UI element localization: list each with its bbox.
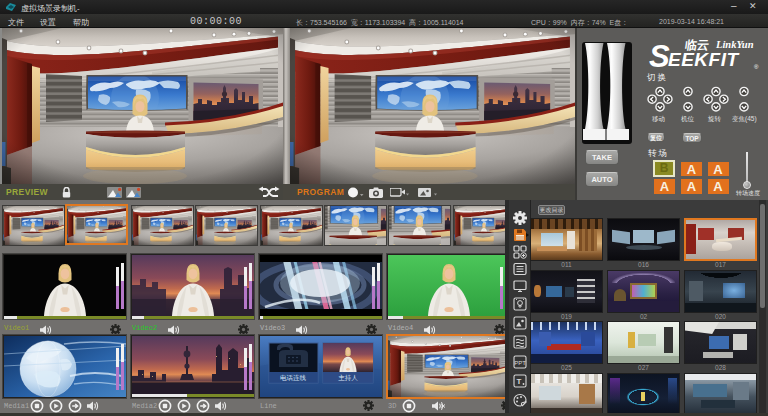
svg-text:主持人: 主持人 bbox=[338, 374, 358, 382]
svg-text:T: T bbox=[517, 377, 522, 386]
svg-text:PPT: PPT bbox=[514, 360, 526, 366]
svg-text:电话连线: 电话连线 bbox=[280, 374, 307, 382]
